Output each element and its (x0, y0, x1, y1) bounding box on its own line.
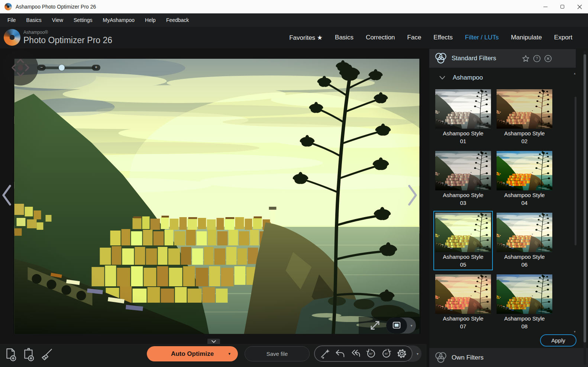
rotate-left-icon[interactable]: 90° (365, 348, 377, 359)
filter-tile-label: Ashampoo Style 05 (435, 253, 491, 268)
filter-thumbnail (435, 213, 491, 252)
filter-group-label: Ashampoo (453, 74, 483, 81)
filter-thumbnail (435, 89, 491, 129)
tab-export[interactable]: Export (554, 34, 572, 41)
tools-group: 90° 90° (314, 345, 413, 362)
add-image-icon (4, 348, 17, 362)
filter-number: 05 (435, 261, 491, 268)
filter-tile-02[interactable]: Ashampoo Style 02 (495, 87, 554, 147)
rotate-right-icon[interactable]: 90° (381, 348, 392, 359)
tab-filter-luts[interactable]: Filter / LUTs (465, 34, 499, 41)
filter-thumbnail (497, 213, 552, 252)
filter-thumbnail (497, 151, 552, 190)
close-panel-icon[interactable] (544, 55, 552, 62)
menu-help[interactable]: Help (140, 13, 161, 27)
add-image-button[interactable] (4, 347, 18, 363)
photo-image (13, 59, 420, 334)
filter-tile-label: Ashampoo Style 08 (497, 315, 552, 330)
auto-optimize-dropdown[interactable]: ▾ (228, 351, 230, 356)
filter-number: 07 (435, 322, 491, 330)
help-glyph: ? (536, 56, 538, 61)
standard-filters-icon (434, 51, 448, 65)
filter-tile-04[interactable]: Ashampoo Style 04 (495, 149, 554, 209)
brand-logo-icon (4, 29, 20, 46)
photo-preview[interactable] (13, 59, 420, 334)
add-images-button[interactable] (22, 347, 36, 363)
apply-button[interactable]: Apply (540, 334, 576, 347)
chevron-down-icon (438, 74, 446, 82)
own-filters-icon (434, 351, 448, 365)
filter-list-scrollbar-thumb[interactable] (575, 97, 576, 245)
close-button[interactable] (571, 0, 588, 13)
zoom-in-button[interactable]: + (92, 65, 100, 71)
title-bar: Ashampoo Photo Optimizer Pro 26 (0, 0, 588, 13)
zoom-out-button[interactable]: − (37, 65, 46, 71)
next-image-button[interactable] (406, 184, 419, 207)
tab-basics[interactable]: Basics (335, 34, 353, 41)
filter-tile-05-selected[interactable]: Ashampoo Style 05 (433, 211, 493, 270)
chevron-down-icon (211, 340, 216, 343)
auto-optimize-button[interactable]: Auto Optimize ▾ (147, 346, 238, 361)
filter-tile-06[interactable]: Ashampoo Style 06 (495, 211, 554, 270)
filter-tile-grid: Ashampoo Style 01 Ashampoo Style 02 As (433, 87, 556, 332)
pan-arrows-icon (3, 50, 38, 86)
tab-manipulate[interactable]: Manipulate (511, 34, 542, 41)
broom-icon (40, 348, 53, 362)
collapse-toolbar-button[interactable] (207, 339, 220, 344)
tab-correction[interactable]: Correction (366, 34, 395, 41)
zoom-slider-track[interactable] (40, 67, 97, 69)
menu-view[interactable]: View (47, 13, 68, 27)
panel-scrollbar-thumb[interactable] (584, 54, 586, 342)
filter-thumbnail (435, 151, 491, 190)
tab-favorites[interactable]: Favorites ★ (289, 34, 323, 42)
filter-tile-01[interactable]: Ashampoo Style 01 (433, 87, 493, 147)
auto-optimize-label: Auto Optimize (171, 350, 214, 358)
zoom-slider-handle[interactable] (59, 65, 65, 71)
menu-myashampoo[interactable]: MyAshampoo (97, 13, 140, 27)
filter-name: Ashampoo Style (435, 315, 491, 322)
own-filters-section[interactable]: Own Filters (429, 348, 588, 367)
filter-number: 08 (497, 322, 552, 330)
panel-scrollbar[interactable] (584, 51, 586, 365)
filters-panel: Standard Filters ? Ashampoo ▴ (429, 48, 588, 367)
help-icon[interactable]: ? (533, 55, 541, 62)
filter-tile-label: Ashampoo Style 06 (497, 253, 552, 268)
undo-all-icon[interactable] (350, 348, 361, 359)
scroll-up-icon[interactable]: ▴ (574, 71, 576, 75)
filter-name: Ashampoo Style (497, 315, 552, 322)
own-filters-label: Own Filters (452, 354, 484, 361)
compare-view-toggle[interactable]: ▾ (386, 318, 416, 334)
filter-tile-07[interactable]: Ashampoo Style 07 (433, 273, 493, 332)
compare-view-dropdown[interactable]: ▾ (407, 323, 416, 328)
filter-tile-label: Ashampoo Style 03 (435, 191, 491, 207)
minimize-button[interactable] (537, 0, 554, 13)
filter-list-scrollbar[interactable] (575, 86, 576, 257)
filter-tile-03[interactable]: Ashampoo Style 03 (433, 149, 493, 209)
filter-number: 01 (435, 137, 491, 145)
filter-tile-label: Ashampoo Style 04 (497, 191, 552, 207)
chevron-right-icon (406, 184, 419, 207)
favorite-star-icon[interactable] (522, 55, 530, 62)
tab-face[interactable]: Face (407, 34, 421, 41)
filter-tile-08[interactable]: Ashampoo Style 08 (495, 273, 554, 332)
tab-effects[interactable]: Effects (433, 34, 453, 41)
fullscreen-button[interactable] (368, 319, 382, 332)
settings-gear-icon[interactable] (396, 348, 407, 359)
previous-image-button[interactable] (0, 184, 13, 207)
filter-group-header[interactable]: Ashampoo (429, 71, 576, 84)
filter-name: Ashampoo Style (435, 253, 491, 261)
zoom-slider: − + (37, 65, 100, 71)
expand-icon (368, 319, 382, 332)
pan-control[interactable] (3, 50, 38, 86)
scroll-down-icon[interactable]: ▾ (574, 330, 576, 334)
menu-feedback[interactable]: Feedback (161, 13, 194, 27)
magic-wand-icon[interactable] (319, 348, 330, 359)
menu-basics[interactable]: Basics (21, 13, 47, 27)
menu-file[interactable]: File (2, 13, 21, 27)
compare-view-button[interactable] (386, 318, 407, 334)
clear-list-button[interactable] (39, 347, 54, 363)
menu-settings[interactable]: Settings (68, 13, 98, 27)
maximize-button[interactable] (554, 0, 571, 13)
undo-icon[interactable] (335, 348, 346, 359)
save-file-button[interactable]: Save file (245, 346, 310, 361)
